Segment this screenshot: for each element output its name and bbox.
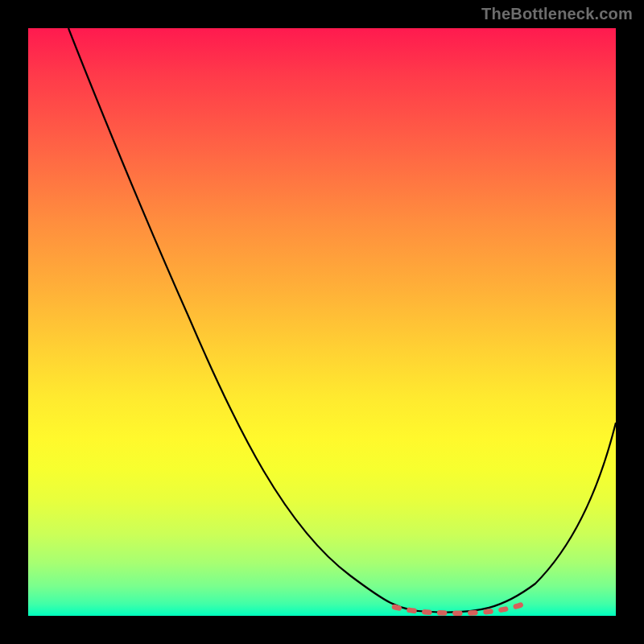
- main-curve: [68, 28, 616, 613]
- chart-container: TheBottleneck.com: [0, 0, 644, 644]
- curve-svg: [28, 28, 616, 616]
- watermark-text: TheBottleneck.com: [481, 5, 633, 23]
- highlight-dashes: [394, 603, 526, 613]
- plot-area: [28, 28, 616, 616]
